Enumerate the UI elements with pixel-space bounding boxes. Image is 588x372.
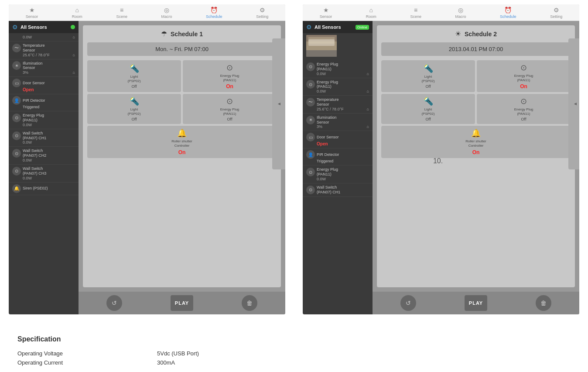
schedule-panel-1: ☂ Schedule 1 Mon. ~ Fri. PM 07:00 🔦 Ligh…: [83, 25, 281, 287]
online-indicator-1: [71, 25, 75, 29]
switch-s2-label: Wall Switch(PAN07) CH1: [317, 185, 340, 195]
screenshot-1: ★ Sensor ⌂ Room ≡ Scene ◎ Macro ⏰ Sche: [9, 4, 285, 314]
sensor-illum-s2[interactable]: ☀ IlluminationSensor 3%⌂: [303, 114, 373, 131]
device-plug-2[interactable]: ⊙ Energy Plug(PAN11) Off: [183, 94, 277, 124]
delete-button-1[interactable]: 🗑: [242, 295, 257, 311]
nav-sensor-1[interactable]: ★ Sensor: [26, 7, 38, 19]
nav-macro-1[interactable]: ◎ Macro: [161, 7, 172, 19]
sensor-door[interactable]: ▭ Door Sensor Open: [9, 77, 79, 94]
plug-s2-icon-3: ⊙: [306, 168, 315, 176]
device-plug-1[interactable]: ⊙ Energy Plug(PAN11) On: [183, 60, 277, 92]
temp-value: 25.6°C / 78.0°F ⌂: [12, 53, 75, 57]
nav-schedule-1[interactable]: ⏰ Schedule: [206, 7, 222, 19]
device-name-light2-1: Light(PSP02): [421, 75, 434, 83]
plug-s2-icon-1: ⊙: [306, 62, 315, 71]
nav-setting-1[interactable]: ⚙ Setting: [256, 7, 268, 19]
refresh-button-2[interactable]: ↺: [400, 295, 416, 311]
switch3-value: 0.0W: [12, 176, 75, 180]
sensor-illum[interactable]: ☀ IlluminationSensor 3% ⌂: [9, 59, 79, 77]
spec-label-current: Operating Current: [17, 359, 157, 366]
sensor-switch2[interactable]: ⊙ Wall Switch(PAN07) CH2 0.0W: [9, 147, 79, 165]
plug-icon-2-1: ⊙: [520, 63, 527, 72]
sensor-plug-s2-2[interactable]: ⊙ Energy Plug(PAN11) 0.0W⌂: [303, 78, 373, 96]
switch1-icon: ⊙: [12, 131, 21, 140]
home-temp-icon: ⌂: [73, 53, 75, 57]
sensor-pir-s2[interactable]: 👤 PIR Detector Triggered: [303, 148, 373, 165]
sensor-plug-s2-1[interactable]: ⊙ Energy Plug(PAN11) 0.0W⌂: [303, 60, 373, 78]
play-button-2[interactable]: PLAY: [465, 295, 487, 311]
gear-icon: ⚙: [260, 7, 265, 14]
schedule-time-2: 2013.04.01 PM 07:00: [381, 42, 571, 56]
star-icon-2: ★: [323, 7, 329, 14]
nav-label: Room: [72, 14, 82, 19]
sensor-temp-s2[interactable]: 〜 TemperatureSensor 25.6°C / 78.0°F ⌂: [303, 96, 373, 114]
lamp-icon-1: 🔦: [130, 64, 139, 73]
nav-label-2: Room: [366, 14, 376, 19]
play-button-1[interactable]: PLAY: [171, 295, 193, 311]
sensor-switch-s2[interactable]: ⊙ Wall Switch(PAN07) CH1: [303, 183, 373, 197]
device-status-plug2-2: Off: [521, 117, 526, 121]
pir-s2-icon: 👤: [306, 150, 315, 159]
sidebar-header-2: ⚙ All Sensors Online: [303, 21, 373, 33]
nav-macro-2[interactable]: ◎ Macro: [455, 7, 466, 19]
device-roller-1[interactable]: 🔔 Roller shutterController On: [87, 126, 277, 158]
sensor-siren[interactable]: 🔔 Siren (PSE02): [9, 183, 79, 195]
peek-panel-1: ▶: [272, 38, 285, 169]
schedule-header-1: ☂ Schedule 1: [87, 30, 277, 38]
sensor-plug-s2-3[interactable]: ⊙ Energy Plug(PAN11) 0.0W: [303, 165, 373, 183]
plug1-value: 0.0W: [12, 123, 75, 127]
sensor-switch3[interactable]: ⊙ Wall Switch(PAN07) CH3 0.0W: [9, 165, 79, 183]
plug-icon-2-2: ⊙: [520, 96, 527, 106]
nav-scene-2[interactable]: ≡ Scene: [410, 7, 421, 19]
roller-icon-2: 🔔: [471, 128, 481, 138]
device-plug-2-1[interactable]: ⊙ Energy Plug(PAN11) On: [477, 60, 571, 92]
device-status-light2: Off: [132, 117, 137, 121]
sidebar-2: ⚙ All Sensors Online: [303, 21, 373, 314]
nav-setting-2[interactable]: ⚙ Setting: [550, 7, 562, 19]
nav-label: Schedule: [206, 14, 222, 19]
delete-button-2[interactable]: 🗑: [536, 295, 551, 311]
lamp-icon-2-1: 🔦: [424, 64, 433, 73]
sidebar-1: ⚙ All Sensors 0.0W ⌂ 〜 T: [9, 21, 79, 314]
home-illum-icon: ⌂: [73, 70, 75, 75]
device-row-2-2: 🔦 Light(PSP02) Off ⊙ Energy Plug(PAN11) …: [381, 94, 571, 124]
illum-value: 3% ⌂: [12, 70, 75, 75]
refresh-button-1[interactable]: ↺: [106, 295, 122, 311]
device-light-2-2[interactable]: 🔦 Light(PSP02) Off: [381, 94, 475, 124]
nav-label: Macro: [161, 14, 172, 19]
spec-row-current: Operating Current 300mA: [17, 359, 571, 366]
spec-row-voltage: Operating Voltage 5Vdc (USB Port): [17, 350, 571, 357]
nav-schedule-2[interactable]: ⏰ Schedule: [500, 7, 516, 19]
nav-sensor-2[interactable]: ★ Sensor: [320, 7, 332, 19]
screenshot-2: ★ Sensor ⌂ Room ≡ Scene ◎ Macro ⏰ Sche: [303, 4, 579, 314]
door-s2-icon: ▭: [306, 133, 315, 141]
device-light-1[interactable]: 🔦 Light(PSP02) Off: [87, 60, 181, 92]
nav-scene-1[interactable]: ≡ Scene: [116, 7, 127, 19]
switch-s2-icon: ⊙: [306, 186, 315, 194]
scene-icon: ≡: [120, 7, 123, 14]
illum-label: IlluminationSensor: [23, 61, 43, 71]
sensor-plug1[interactable]: ⊙ Energy Plug(PAN11) 0.0W: [9, 111, 79, 129]
device-plug-2-2[interactable]: ⊙ Energy Plug(PAN11) Off: [477, 94, 571, 124]
roller-icon-1: 🔔: [177, 128, 187, 138]
sensor-temp[interactable]: 〜 TemperatureSensor 25.6°C / 78.0°F ⌂: [9, 41, 79, 59]
camera-preview-area: [303, 33, 373, 60]
lamp-icon-2: 🔦: [130, 96, 139, 106]
sensor-door-s2[interactable]: ▭ Door Sensor Open: [303, 131, 373, 148]
star-icon: ★: [29, 7, 35, 14]
schedule-header-2: ☀ Schedule 2: [381, 30, 571, 38]
device-status-plug1: On: [226, 83, 233, 90]
door-label: Door Sensor: [23, 81, 45, 86]
action-bar-2: ↺ PLAY 🗑: [373, 292, 579, 314]
sensor-pir[interactable]: 👤 PIR Detector Triggered: [9, 94, 79, 111]
nav-room-1[interactable]: ⌂ Room: [72, 7, 82, 19]
device-light-2-1[interactable]: 🔦 Light(PSP02) Off: [381, 60, 475, 92]
device-status-light1: Off: [132, 84, 137, 89]
nav-room-2[interactable]: ⌂ Room: [366, 7, 376, 19]
device-light-2[interactable]: 🔦 Light(PSP02) Off: [87, 94, 181, 124]
temp-label: TemperatureSensor: [23, 43, 45, 53]
device-name-light2: Light(PSP02): [127, 107, 140, 116]
device-roller-2[interactable]: 🔔 Roller shutterController On: [381, 126, 571, 158]
sensor-switch1[interactable]: ⊙ Wall Switch(PAN07) CH1 0.0W: [9, 129, 79, 147]
device-status-light2-2: Off: [426, 117, 431, 121]
